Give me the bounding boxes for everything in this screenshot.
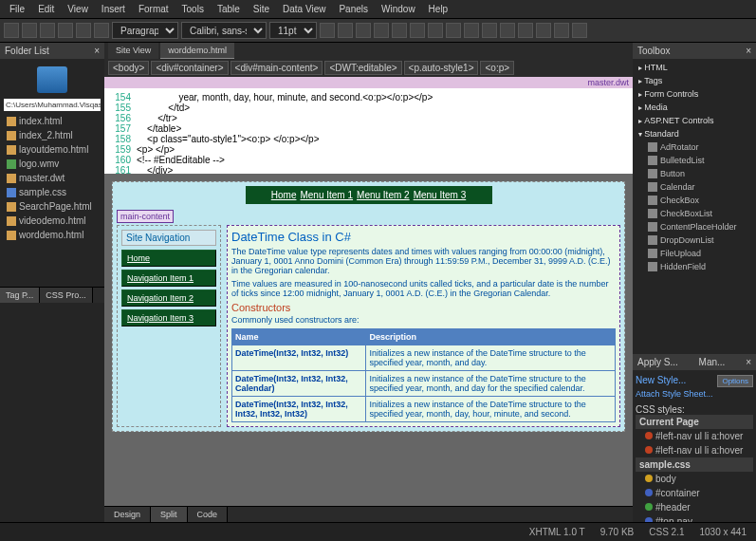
- path-field[interactable]: C:\Users\Muhammad.Visqas\Do: [4, 99, 101, 111]
- view-tab-code[interactable]: Code: [188, 507, 229, 522]
- menu-view[interactable]: View: [62, 2, 94, 16]
- justify-button[interactable]: [428, 23, 443, 38]
- menu-panels[interactable]: Panels: [333, 2, 374, 16]
- toolbox-item[interactable]: ContentPlaceHolder: [635, 220, 754, 233]
- toolbar-button[interactable]: [58, 23, 73, 38]
- design-surface[interactable]: HomeMenu Item 1Menu Item 2Menu Item 3 ma…: [104, 174, 633, 506]
- options-button[interactable]: Options: [717, 375, 753, 387]
- code-editor[interactable]: 154 year, month, day, hour, minute, and …: [104, 88, 633, 174]
- toolbox-item[interactable]: CheckBox: [635, 194, 754, 207]
- css-rule[interactable]: #top-nav: [636, 514, 753, 522]
- menu-file[interactable]: File: [4, 2, 30, 16]
- toolbox-group[interactable]: Form Controls: [635, 87, 754, 101]
- breadcrumb-item[interactable]: <DWT:editable>: [324, 61, 401, 75]
- italic-button[interactable]: [338, 23, 353, 38]
- size-select[interactable]: 11pt: [269, 22, 317, 39]
- document-tab[interactable]: Site View: [108, 43, 158, 59]
- align-left-button[interactable]: [374, 23, 389, 38]
- file-item[interactable]: index.html: [4, 114, 101, 128]
- menu-table[interactable]: Table: [212, 2, 246, 16]
- menu-help[interactable]: Help: [423, 2, 454, 16]
- current-page-group[interactable]: Current Page: [636, 415, 753, 429]
- menu-format[interactable]: Format: [133, 2, 175, 16]
- toolbox-item[interactable]: CheckBoxList: [635, 207, 754, 220]
- new-style-link[interactable]: New Style... Options: [636, 373, 753, 387]
- css-rule[interactable]: #left-nav ul li a:hover: [636, 443, 753, 457]
- file-item[interactable]: videodemo.html: [4, 214, 101, 228]
- breadcrumb-item[interactable]: <o:p>: [480, 61, 514, 75]
- menu-window[interactable]: Window: [376, 2, 421, 16]
- file-item[interactable]: logo.wmv: [4, 157, 101, 171]
- nav-link[interactable]: Home: [271, 190, 297, 200]
- open-button[interactable]: [22, 23, 37, 38]
- sidenav-item[interactable]: Navigation Item 1: [121, 270, 216, 287]
- file-item[interactable]: layoutdemo.html: [4, 142, 101, 157]
- toolbox-group[interactable]: Media: [635, 101, 754, 114]
- file-item[interactable]: master.dwt: [4, 171, 101, 185]
- panel-tab[interactable]: Tag P...: [0, 288, 40, 303]
- borders-button[interactable]: [518, 23, 533, 38]
- breadcrumb-item[interactable]: <body>: [108, 61, 149, 75]
- breadcrumb-item[interactable]: <div#container>: [151, 61, 228, 75]
- numbering-button[interactable]: [464, 23, 479, 38]
- save-button[interactable]: [40, 23, 55, 38]
- align-center-button[interactable]: [392, 23, 407, 38]
- document-tab[interactable]: worddemo.html: [160, 43, 234, 59]
- file-item[interactable]: index_2.html: [4, 128, 101, 142]
- view-tab-split[interactable]: Split: [151, 507, 188, 522]
- close-icon[interactable]: ×: [746, 357, 751, 367]
- toolbox-item[interactable]: AdRotator: [635, 140, 754, 154]
- attach-stylesheet-link[interactable]: Attach Style Sheet...: [636, 387, 753, 401]
- menu-insert[interactable]: Insert: [96, 2, 131, 16]
- toolbar-button[interactable]: [76, 23, 91, 38]
- sidenav-item[interactable]: Navigation Item 2: [121, 289, 216, 307]
- toolbar-button[interactable]: [554, 23, 569, 38]
- nav-link[interactable]: Menu Item 3: [414, 190, 467, 200]
- nav-link[interactable]: Menu Item 2: [357, 190, 410, 200]
- paragraph-select[interactable]: Paragraph: [112, 22, 178, 39]
- toolbar-button[interactable]: [536, 23, 551, 38]
- toolbox-item[interactable]: BulletedList: [635, 154, 754, 167]
- menu-data-view[interactable]: Data View: [277, 2, 331, 16]
- new-button[interactable]: [4, 23, 19, 38]
- bullets-button[interactable]: [446, 23, 461, 38]
- panel-tab[interactable]: CSS Pro...: [40, 288, 93, 303]
- outdent-button[interactable]: [482, 23, 497, 38]
- breadcrumb-item[interactable]: <p.auto-style1>: [404, 61, 479, 75]
- css-rule[interactable]: #container: [636, 486, 753, 500]
- css-rule[interactable]: #left-nav ul li a:hover: [636, 429, 753, 443]
- sidenav-item[interactable]: Navigation Item 3: [121, 309, 216, 326]
- view-tab-design[interactable]: Design: [104, 507, 151, 522]
- menu-tools[interactable]: Tools: [176, 2, 210, 16]
- manage-styles-tab[interactable]: Man...: [699, 357, 726, 367]
- align-right-button[interactable]: [410, 23, 425, 38]
- close-icon[interactable]: ×: [746, 46, 751, 56]
- breadcrumb-item[interactable]: <div#main-content>: [230, 61, 323, 75]
- site-icon[interactable]: [37, 66, 67, 93]
- close-icon[interactable]: ×: [94, 46, 100, 56]
- css-rule[interactable]: body: [636, 472, 753, 486]
- toolbox-item[interactable]: Calendar: [635, 180, 754, 194]
- toolbar-button[interactable]: [94, 23, 109, 38]
- menu-edit[interactable]: Edit: [32, 2, 60, 16]
- nav-link[interactable]: Menu Item 1: [300, 190, 353, 200]
- file-item[interactable]: sample.css: [4, 185, 101, 199]
- toolbox-item[interactable]: HiddenField: [635, 260, 754, 273]
- toolbox-item[interactable]: FileUpload: [635, 247, 754, 260]
- sample-css-group[interactable]: sample.css: [636, 457, 753, 472]
- toolbox-group[interactable]: ASP.NET Controls: [635, 114, 754, 127]
- toolbox-item[interactable]: Button: [635, 167, 754, 180]
- menu-site[interactable]: Site: [248, 2, 275, 16]
- toolbox-item[interactable]: DropDownList: [635, 233, 754, 247]
- toolbox-group[interactable]: HTML: [635, 61, 754, 74]
- file-item[interactable]: worddemo.html: [4, 228, 101, 242]
- toolbar-button[interactable]: [572, 23, 587, 38]
- toolbox-group[interactable]: Tags: [635, 74, 754, 87]
- file-item[interactable]: SearchPage.html: [4, 199, 101, 214]
- font-select[interactable]: Calibri, sans-serif: [181, 22, 267, 39]
- underline-button[interactable]: [356, 23, 371, 38]
- indent-button[interactable]: [500, 23, 515, 38]
- toolbox-group[interactable]: Standard: [635, 127, 754, 140]
- bold-button[interactable]: [320, 23, 335, 38]
- css-rule[interactable]: #header: [636, 500, 753, 514]
